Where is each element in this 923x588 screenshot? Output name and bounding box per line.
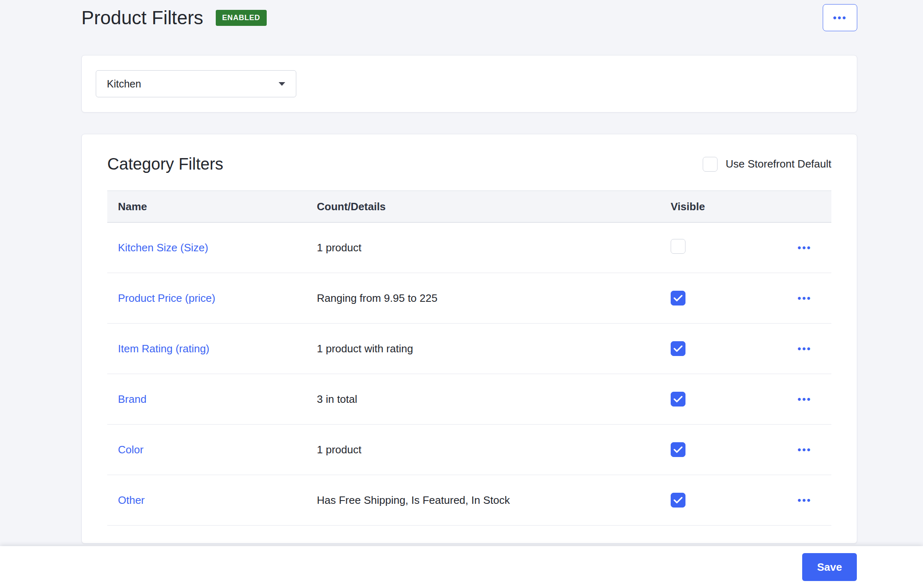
table-row: Other Has Free Shipping, Is Featured, In… xyxy=(107,475,831,526)
row-actions-button[interactable]: ••• xyxy=(798,394,812,404)
row-actions-button[interactable]: ••• xyxy=(798,243,812,253)
column-header-name: Name xyxy=(107,200,317,213)
chevron-down-icon xyxy=(279,82,285,86)
status-badge: ENABLED xyxy=(216,10,267,26)
filter-name-link[interactable]: Brand xyxy=(118,393,146,405)
row-actions-button[interactable]: ••• xyxy=(798,344,812,354)
filter-details: 3 in total xyxy=(317,393,671,406)
table-row: Kitchen Size (Size) 1 product ••• xyxy=(107,223,831,273)
category-select[interactable]: Kitchen xyxy=(96,70,296,97)
filters-table-header: Name Count/Details Visible xyxy=(107,191,831,223)
column-header-details: Count/Details xyxy=(317,200,671,213)
filter-name-link[interactable]: Color xyxy=(118,443,143,456)
filter-name-link[interactable]: Item Rating (rating) xyxy=(118,342,210,355)
filter-name-link[interactable]: Product Price (price) xyxy=(118,292,215,304)
filters-table: Name Count/Details Visible Kitchen Size … xyxy=(107,191,831,526)
category-filters-header: Category Filters Use Storefront Default xyxy=(107,155,831,173)
category-filters-card: Category Filters Use Storefront Default … xyxy=(81,134,857,544)
visible-checkbox[interactable] xyxy=(671,239,685,254)
table-row: Color 1 product ••• xyxy=(107,425,831,475)
filter-name-link[interactable]: Other xyxy=(118,494,145,506)
table-row: Product Price (price) Ranging from 9.95 … xyxy=(107,273,831,324)
filter-details: Has Free Shipping, Is Featured, In Stock xyxy=(317,494,671,507)
visible-checkbox[interactable] xyxy=(671,291,685,305)
row-actions-button[interactable]: ••• xyxy=(798,445,812,455)
filter-details: 1 product xyxy=(317,241,671,254)
page-actions-button[interactable]: ••• xyxy=(823,4,857,31)
page-header: Product Filters ENABLED ••• xyxy=(81,4,857,31)
footer-bar: Save xyxy=(0,546,923,588)
visible-checkbox[interactable] xyxy=(671,392,685,407)
category-select-card: Kitchen xyxy=(81,55,857,113)
filter-details: 1 product xyxy=(317,443,671,456)
visible-checkbox[interactable] xyxy=(671,442,685,457)
ellipsis-icon: ••• xyxy=(833,12,847,23)
save-button[interactable]: Save xyxy=(802,553,857,581)
use-storefront-default: Use Storefront Default xyxy=(703,157,831,172)
page-title: Product Filters xyxy=(81,7,203,29)
category-filters-title: Category Filters xyxy=(107,155,223,173)
category-select-value: Kitchen xyxy=(107,78,141,90)
table-row: Brand 3 in total ••• xyxy=(107,374,831,425)
filter-details: Ranging from 9.95 to 225 xyxy=(317,292,671,305)
row-actions-button[interactable]: ••• xyxy=(798,293,812,303)
use-storefront-default-label: Use Storefront Default xyxy=(726,158,831,170)
filters-table-rows: Kitchen Size (Size) 1 product ••• Produc… xyxy=(107,223,831,526)
visible-checkbox[interactable] xyxy=(671,341,685,356)
use-storefront-default-checkbox[interactable] xyxy=(703,157,718,172)
header-actions: ••• xyxy=(823,4,857,31)
main-content: Product Filters ENABLED ••• Kitchen Cate… xyxy=(81,0,857,544)
visible-checkbox[interactable] xyxy=(671,493,685,508)
column-header-visible: Visible xyxy=(671,200,782,213)
filter-name-link[interactable]: Kitchen Size (Size) xyxy=(118,241,208,254)
row-actions-button[interactable]: ••• xyxy=(798,495,812,505)
table-row: Item Rating (rating) 1 product with rati… xyxy=(107,324,831,374)
filter-details: 1 product with rating xyxy=(317,342,671,355)
